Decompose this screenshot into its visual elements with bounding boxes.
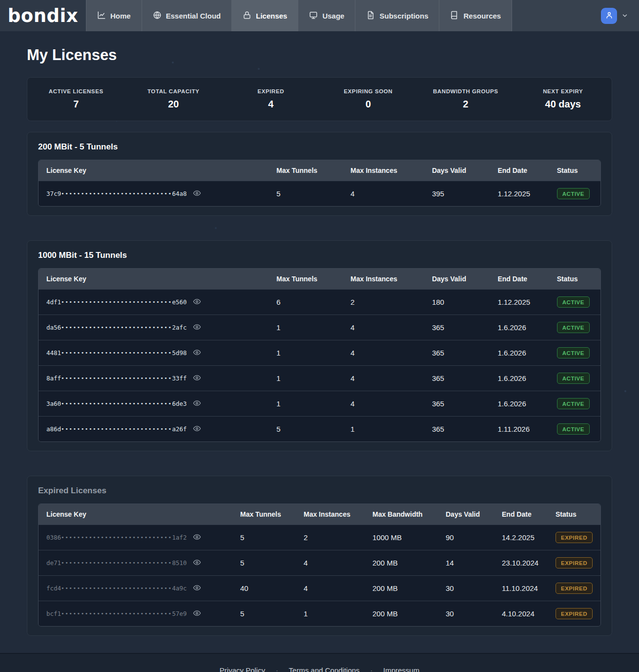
days-valid-value: 395 xyxy=(424,181,490,206)
reveal-key-button[interactable] xyxy=(193,533,201,543)
nav-tab-label: Resources xyxy=(463,12,501,20)
table-header-row: License Key Max Tunnels Max Instances Da… xyxy=(39,269,600,289)
table-header-row: License Key Max Tunnels Max Instances Ma… xyxy=(39,504,600,525)
max-instances-value: 4 xyxy=(296,575,365,601)
file-text-icon xyxy=(366,11,375,21)
status-badge: ACTIVE xyxy=(557,347,590,358)
reveal-key-button[interactable] xyxy=(193,609,201,619)
reveal-key-button[interactable] xyxy=(193,374,201,383)
license-key: 0386••••••••••••••••••••••••••••1af2 xyxy=(46,534,187,541)
status-badge: ACTIVE xyxy=(557,322,590,333)
reveal-key-button[interactable] xyxy=(193,297,201,307)
expired-section-title: Expired Licenses xyxy=(38,486,601,496)
nav-tab-usage[interactable]: Usage xyxy=(298,0,355,31)
nav-tab-essential-cloud[interactable]: Essential Cloud xyxy=(142,0,232,31)
license-key: a86d••••••••••••••••••••••••••••a26f xyxy=(46,425,187,433)
end-date-value: 4.10.2024 xyxy=(494,601,548,626)
max-bandwidth-value: 1000 MB xyxy=(365,525,438,550)
table-row: 4481••••••••••••••••••••••••••••5d98 1 4… xyxy=(39,340,600,365)
license-key-cell: 8aff••••••••••••••••••••••••••••33ff xyxy=(39,365,268,391)
reveal-key-button[interactable] xyxy=(193,558,201,568)
status-badge: ACTIVE xyxy=(557,398,590,409)
eye-icon xyxy=(193,348,201,358)
reveal-key-button[interactable] xyxy=(193,189,201,199)
nav-tab-resources[interactable]: Resources xyxy=(439,0,512,31)
reveal-key-button[interactable] xyxy=(193,584,201,593)
eye-icon xyxy=(193,323,201,333)
book-icon xyxy=(450,11,459,21)
top-navbar: bondix Home Essential Cloud Licenses Usa… xyxy=(0,0,639,31)
nav-tab-home[interactable]: Home xyxy=(86,0,142,31)
max-tunnels-value: 6 xyxy=(268,289,343,315)
max-tunnels-value: 1 xyxy=(268,315,343,340)
license-key-cell: 37c9••••••••••••••••••••••••••••64a8 xyxy=(39,181,268,206)
nav-tab-label: Home xyxy=(110,12,131,20)
status-badge: ACTIVE xyxy=(557,296,590,308)
stat-value: 2 xyxy=(417,99,515,110)
logo-wordmark: bondix xyxy=(8,7,78,25)
table-row: bcf1••••••••••••••••••••••••••••57e9 5 1… xyxy=(39,601,600,626)
reveal-key-button[interactable] xyxy=(193,399,201,409)
max-tunnels-value: 5 xyxy=(268,416,343,441)
max-tunnels-value: 1 xyxy=(268,365,343,391)
license-key: 37c9••••••••••••••••••••••••••••64a8 xyxy=(46,190,187,197)
reveal-key-button[interactable] xyxy=(193,348,201,358)
column-header-max-instances: Max Instances xyxy=(343,269,424,289)
footer-link-privacy-policy[interactable]: Privacy Policy xyxy=(220,666,265,672)
license-key-cell: a86d••••••••••••••••••••••••••••a26f xyxy=(39,416,268,441)
user-menu xyxy=(601,0,639,31)
column-header-status: Status xyxy=(549,269,600,289)
days-valid-value: 365 xyxy=(424,365,490,391)
footer-link-impressum[interactable]: Impressum xyxy=(383,666,419,672)
status-badge: EXPIRED xyxy=(556,608,593,619)
monitor-icon xyxy=(309,11,318,21)
footer-link-terms[interactable]: Terms and Conditions xyxy=(289,666,360,672)
max-tunnels-value: 1 xyxy=(268,340,343,365)
table-row: de71••••••••••••••••••••••••••••8510 5 4… xyxy=(39,550,600,575)
days-valid-value: 30 xyxy=(438,575,494,601)
stat-expired: EXPIRED 4 xyxy=(222,88,320,110)
group-title: 200 MBit - 5 Tunnels xyxy=(38,142,601,152)
footer-separator: · xyxy=(276,667,278,672)
reveal-key-button[interactable] xyxy=(193,424,201,434)
max-tunnels-value: 5 xyxy=(268,181,343,206)
end-date-value: 1.12.2025 xyxy=(490,289,549,315)
end-date-value: 1.6.2026 xyxy=(490,391,549,416)
license-group-1000mbit: 1000 MBit - 15 Tunnels License Key Max T… xyxy=(27,240,612,451)
table-row: fcd4••••••••••••••••••••••••••••4a9c 40 … xyxy=(39,575,600,601)
column-header-license-key: License Key xyxy=(39,504,232,525)
column-header-max-instances: Max Instances xyxy=(343,160,424,181)
end-date-value: 1.6.2026 xyxy=(490,315,549,340)
license-key-cell: de71••••••••••••••••••••••••••••8510 xyxy=(39,550,232,575)
column-header-max-instances: Max Instances xyxy=(296,504,365,525)
chevron-down-icon[interactable] xyxy=(621,12,628,19)
nav-tab-licenses[interactable]: Licenses xyxy=(231,0,298,31)
table-row: 37c9••••••••••••••••••••••••••••64a8 5 4… xyxy=(39,181,600,206)
stat-value: 40 days xyxy=(515,99,612,110)
table-row: da56••••••••••••••••••••••••••••2afc 1 4… xyxy=(39,315,600,340)
license-key: bcf1••••••••••••••••••••••••••••57e9 xyxy=(46,610,187,617)
user-avatar-button[interactable] xyxy=(601,8,617,24)
end-date-value: 1.6.2026 xyxy=(490,340,549,365)
max-tunnels-value: 5 xyxy=(232,601,296,626)
max-instances-value: 4 xyxy=(343,181,424,206)
days-valid-value: 365 xyxy=(424,315,490,340)
nav-tab-subscriptions[interactable]: Subscriptions xyxy=(355,0,439,31)
status-badge: ACTIVE xyxy=(557,373,590,384)
days-valid-value: 14 xyxy=(438,550,494,575)
max-instances-value: 2 xyxy=(343,289,424,315)
main-content: My Licenses ACTIVE LICENSES 7 TOTAL CAPA… xyxy=(0,31,639,653)
reveal-key-button[interactable] xyxy=(193,323,201,333)
expired-licenses-section: Expired Licenses License Key Max Tunnels… xyxy=(27,476,612,636)
column-header-license-key: License Key xyxy=(39,269,268,289)
max-tunnels-value: 40 xyxy=(232,575,296,601)
end-date-value: 11.10.2024 xyxy=(494,575,548,601)
max-instances-value: 4 xyxy=(343,365,424,391)
days-valid-value: 365 xyxy=(424,340,490,365)
stat-label: NEXT EXPIRY xyxy=(515,88,612,94)
column-header-days-valid: Days Valid xyxy=(424,160,490,181)
eye-icon xyxy=(193,374,201,383)
logo[interactable]: bondix xyxy=(0,0,86,31)
license-key: de71••••••••••••••••••••••••••••8510 xyxy=(46,559,187,567)
max-bandwidth-value: 200 MB xyxy=(365,575,438,601)
